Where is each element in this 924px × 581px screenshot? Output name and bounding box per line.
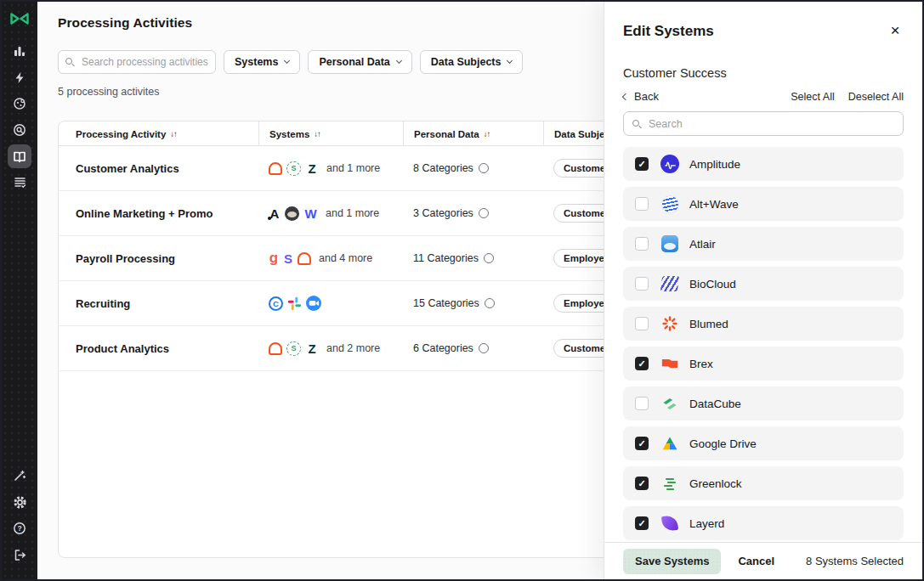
system-checkbox[interactable] xyxy=(635,277,649,290)
brex-logo-icon xyxy=(660,354,679,373)
cancel-button[interactable]: Cancel xyxy=(738,555,774,567)
close-icon[interactable]: × xyxy=(885,20,905,41)
deselect-all-link[interactable]: Deselect All xyxy=(848,91,904,103)
systems-cell: and 2 more xyxy=(258,341,403,356)
personal-data-cell: 15 Categories xyxy=(403,297,543,309)
filter-systems-button[interactable]: Systems xyxy=(224,50,300,74)
system-name: Atlair xyxy=(689,238,716,251)
column-header-processing-activity[interactable]: Processing Activity ↓↑ xyxy=(59,121,258,146)
categories-count: 8 Categories xyxy=(413,162,473,174)
system-checkbox[interactable] xyxy=(635,357,649,370)
bar-chart-icon[interactable] xyxy=(8,39,31,63)
system-checkbox[interactable] xyxy=(635,397,649,410)
back-label: Back xyxy=(634,90,659,103)
datagrail-logo-icon[interactable] xyxy=(9,10,30,27)
column-label: Personal Data xyxy=(414,129,479,139)
data-map-icon[interactable] xyxy=(8,144,31,168)
filter-bar: Systems Personal Data Data Subjects xyxy=(58,50,523,74)
personal-data-cell: 6 Categories xyxy=(403,342,543,354)
search-icon xyxy=(65,58,72,65)
system-list-item[interactable]: Greenlock xyxy=(623,466,904,500)
google-drive-logo-icon xyxy=(660,434,679,453)
greenlock-logo-icon xyxy=(660,474,679,493)
help-icon[interactable]: ? xyxy=(8,516,31,540)
systems-search xyxy=(623,111,904,136)
system-name: Blumed xyxy=(689,318,728,330)
systems-cell xyxy=(258,296,403,311)
activity-name: Payroll Processing xyxy=(59,252,258,265)
stripe-s-logo-icon xyxy=(283,251,293,266)
sidebar: ? xyxy=(2,2,37,579)
request-list-icon[interactable] xyxy=(8,171,31,195)
systems-list: Amplitude Alt+Wave Atlair BioCloud xyxy=(623,147,904,542)
altwave-logo-icon xyxy=(660,195,679,213)
system-checkbox[interactable] xyxy=(635,516,649,530)
filter-label: Data Subjects xyxy=(431,56,502,68)
system-checkbox[interactable] xyxy=(635,197,649,211)
system-list-item[interactable]: Google Drive xyxy=(623,426,904,460)
chevron-down-icon xyxy=(396,58,402,64)
system-name: Amplitude xyxy=(689,158,740,171)
panel-title: Edit Systems xyxy=(623,23,714,40)
system-name: DataCube xyxy=(689,398,741,410)
more-systems-text: and 2 more xyxy=(326,342,380,354)
layerd-logo-icon xyxy=(660,514,679,533)
personal-data-cell: 8 Categories xyxy=(403,162,543,174)
save-systems-button[interactable]: Save Systems xyxy=(623,549,721,574)
system-checkbox[interactable] xyxy=(635,317,649,330)
shield-search-icon[interactable] xyxy=(8,118,31,142)
logout-icon[interactable] xyxy=(8,543,31,567)
webflow-logo-icon xyxy=(303,206,318,221)
info-icon[interactable] xyxy=(485,298,495,308)
system-name: Greenlock xyxy=(689,477,742,490)
column-header-personal-data[interactable]: Personal Data ↓↑ xyxy=(403,121,543,146)
lightning-icon[interactable] xyxy=(8,65,31,89)
filter-data-subjects-button[interactable]: Data Subjects xyxy=(420,50,524,74)
system-list-item[interactable]: Alt+Wave xyxy=(623,187,904,221)
categories-count: 11 Categories xyxy=(413,252,479,264)
categories-count: 6 Categories xyxy=(413,342,473,354)
system-list-item[interactable]: BioCloud xyxy=(623,267,904,301)
system-list-item[interactable]: Amplitude xyxy=(623,147,904,181)
info-icon[interactable] xyxy=(484,253,494,263)
system-checkbox[interactable] xyxy=(635,237,649,251)
info-icon[interactable] xyxy=(479,163,489,173)
back-button[interactable]: Back xyxy=(623,90,659,103)
sort-icon: ↓↑ xyxy=(314,129,320,138)
more-systems-text: and 4 more xyxy=(319,252,372,264)
drift-logo-icon xyxy=(269,342,282,355)
chevron-down-icon xyxy=(284,58,290,64)
system-list-item[interactable]: Layerd xyxy=(623,506,904,540)
datacube-logo-icon xyxy=(660,394,679,413)
system-name: Google Drive xyxy=(689,437,757,450)
activity-name: Recruiting xyxy=(59,297,258,310)
activities-search-input[interactable] xyxy=(58,50,216,74)
activities-count: 5 processing activites xyxy=(58,86,160,98)
systems-search-input[interactable] xyxy=(623,111,904,136)
system-checkbox[interactable] xyxy=(635,437,649,450)
system-list-item[interactable]: Atlair xyxy=(623,227,904,261)
system-list-item[interactable]: Brex xyxy=(623,347,904,381)
system-checkbox[interactable] xyxy=(635,477,649,490)
system-list-item[interactable]: Blumed xyxy=(623,307,904,341)
personal-data-cell: 3 Categories xyxy=(403,207,543,219)
app-window: ? Processing Activities Systems Personal… xyxy=(0,0,924,581)
system-checkbox[interactable] xyxy=(635,157,649,171)
systems-cell: and 1 more xyxy=(258,206,403,221)
biocloud-logo-icon xyxy=(660,274,679,293)
system-list-item[interactable]: DataCube xyxy=(623,386,904,420)
filter-personal-data-button[interactable]: Personal Data xyxy=(308,50,411,74)
select-all-link[interactable]: Select All xyxy=(791,91,834,103)
column-header-systems[interactable]: Systems ↓↑ xyxy=(258,121,403,146)
info-icon[interactable] xyxy=(479,343,489,353)
system-name: BioCloud xyxy=(689,278,736,290)
sort-icon: ↓↑ xyxy=(170,129,177,138)
info-icon[interactable] xyxy=(479,208,489,218)
magic-wand-icon[interactable] xyxy=(8,464,31,488)
filter-label: Systems xyxy=(235,56,278,68)
gear-icon[interactable] xyxy=(8,490,31,514)
activity-name: Online Marketing + Promo xyxy=(59,207,258,220)
chevron-left-icon xyxy=(622,93,629,99)
selection-links: Select All Deselect All xyxy=(791,91,904,103)
cookie-icon[interactable] xyxy=(8,92,31,116)
